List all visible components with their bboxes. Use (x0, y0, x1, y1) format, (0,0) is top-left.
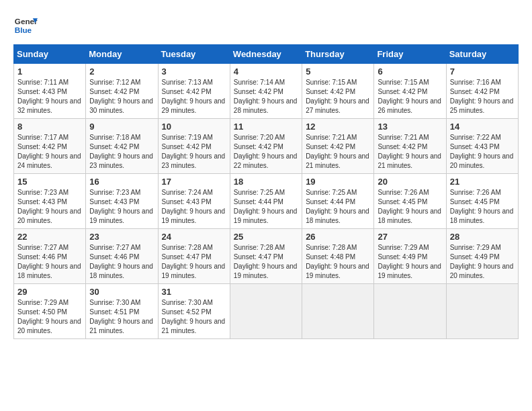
col-header-wednesday: Wednesday (230, 45, 302, 64)
day-cell: 11 Sunrise: 7:20 AMSunset: 4:42 PMDaylig… (230, 119, 302, 174)
col-header-monday: Monday (86, 45, 158, 64)
day-number: 11 (234, 122, 298, 132)
day-detail: Sunrise: 7:16 AMSunset: 4:42 PMDaylight:… (450, 79, 514, 114)
day-cell: 19 Sunrise: 7:25 AMSunset: 4:44 PMDaylig… (302, 174, 374, 229)
day-number: 14 (450, 122, 515, 132)
day-number: 31 (162, 287, 226, 297)
day-number: 18 (234, 177, 298, 187)
day-number: 26 (306, 232, 370, 242)
day-cell: 31 Sunrise: 7:30 AMSunset: 4:52 PMDaylig… (158, 284, 230, 339)
day-detail: Sunrise: 7:27 AMSunset: 4:46 PMDaylight:… (17, 244, 81, 279)
day-cell: 15 Sunrise: 7:23 AMSunset: 4:43 PMDaylig… (14, 174, 86, 229)
day-cell: 21 Sunrise: 7:26 AMSunset: 4:45 PMDaylig… (446, 174, 518, 229)
day-number: 25 (234, 232, 298, 242)
day-cell (374, 284, 446, 339)
day-cell: 26 Sunrise: 7:28 AMSunset: 4:48 PMDaylig… (302, 229, 374, 284)
day-detail: Sunrise: 7:28 AMSunset: 4:48 PMDaylight:… (306, 244, 369, 279)
day-number: 2 (89, 66, 154, 77)
day-cell: 3 Sunrise: 7:13 AMSunset: 4:42 PMDayligh… (158, 64, 230, 119)
day-cell: 9 Sunrise: 7:18 AMSunset: 4:42 PMDayligh… (86, 119, 158, 174)
day-detail: Sunrise: 7:23 AMSunset: 4:43 PMDaylight:… (17, 189, 81, 224)
col-header-tuesday: Tuesday (158, 45, 230, 64)
day-cell: 18 Sunrise: 7:25 AMSunset: 4:44 PMDaylig… (230, 174, 302, 229)
day-cell: 20 Sunrise: 7:26 AMSunset: 4:45 PMDaylig… (374, 174, 446, 229)
day-detail: Sunrise: 7:29 AMSunset: 4:49 PMDaylight:… (450, 244, 514, 279)
day-detail: Sunrise: 7:23 AMSunset: 4:43 PMDaylight:… (89, 189, 153, 224)
day-detail: Sunrise: 7:14 AMSunset: 4:42 PMDaylight:… (234, 79, 298, 114)
day-cell: 14 Sunrise: 7:22 AMSunset: 4:43 PMDaylig… (446, 119, 518, 174)
day-number: 12 (306, 122, 370, 132)
day-number: 21 (450, 177, 515, 187)
day-detail: Sunrise: 7:28 AMSunset: 4:47 PMDaylight:… (162, 244, 226, 279)
day-detail: Sunrise: 7:29 AMSunset: 4:49 PMDaylight:… (378, 244, 441, 279)
day-detail: Sunrise: 7:15 AMSunset: 4:42 PMDaylight:… (378, 79, 441, 114)
day-cell (302, 284, 374, 339)
calendar-header-row: SundayMondayTuesdayWednesdayThursdayFrid… (14, 45, 519, 64)
day-cell (230, 284, 302, 339)
day-cell: 24 Sunrise: 7:28 AMSunset: 4:47 PMDaylig… (158, 229, 230, 284)
day-detail: Sunrise: 7:17 AMSunset: 4:42 PMDaylight:… (17, 134, 81, 169)
day-number: 20 (378, 177, 442, 187)
day-number: 9 (89, 122, 154, 132)
day-number: 3 (162, 66, 226, 77)
day-detail: Sunrise: 7:21 AMSunset: 4:42 PMDaylight:… (378, 134, 441, 169)
week-row-3: 15 Sunrise: 7:23 AMSunset: 4:43 PMDaylig… (14, 174, 519, 229)
day-cell: 17 Sunrise: 7:24 AMSunset: 4:43 PMDaylig… (158, 174, 230, 229)
day-cell: 13 Sunrise: 7:21 AMSunset: 4:42 PMDaylig… (374, 119, 446, 174)
day-detail: Sunrise: 7:21 AMSunset: 4:42 PMDaylight:… (306, 134, 369, 169)
day-cell (446, 284, 518, 339)
day-number: 1 (17, 66, 82, 77)
svg-text:Blue: Blue (15, 26, 32, 34)
day-detail: Sunrise: 7:25 AMSunset: 4:44 PMDaylight:… (306, 189, 369, 224)
day-number: 6 (378, 66, 442, 77)
day-number: 4 (234, 66, 298, 77)
day-cell: 23 Sunrise: 7:27 AMSunset: 4:46 PMDaylig… (86, 229, 158, 284)
day-detail: Sunrise: 7:25 AMSunset: 4:44 PMDaylight:… (234, 189, 298, 224)
day-detail: Sunrise: 7:19 AMSunset: 4:42 PMDaylight:… (162, 134, 226, 169)
day-detail: Sunrise: 7:18 AMSunset: 4:42 PMDaylight:… (89, 134, 153, 169)
col-header-friday: Friday (374, 45, 446, 64)
day-cell: 10 Sunrise: 7:19 AMSunset: 4:42 PMDaylig… (158, 119, 230, 174)
day-cell: 4 Sunrise: 7:14 AMSunset: 4:42 PMDayligh… (230, 64, 302, 119)
day-cell: 25 Sunrise: 7:28 AMSunset: 4:47 PMDaylig… (230, 229, 302, 284)
week-row-4: 22 Sunrise: 7:27 AMSunset: 4:46 PMDaylig… (14, 229, 519, 284)
day-cell: 6 Sunrise: 7:15 AMSunset: 4:42 PMDayligh… (374, 64, 446, 119)
day-detail: Sunrise: 7:28 AMSunset: 4:47 PMDaylight:… (234, 244, 298, 279)
day-cell: 16 Sunrise: 7:23 AMSunset: 4:43 PMDaylig… (86, 174, 158, 229)
logo-icon: General Blue (13, 13, 38, 38)
day-cell: 30 Sunrise: 7:30 AMSunset: 4:51 PMDaylig… (86, 284, 158, 339)
day-cell: 2 Sunrise: 7:12 AMSunset: 4:42 PMDayligh… (86, 64, 158, 119)
col-header-saturday: Saturday (446, 45, 518, 64)
day-number: 13 (378, 122, 442, 132)
day-detail: Sunrise: 7:22 AMSunset: 4:43 PMDaylight:… (450, 134, 514, 169)
day-cell: 7 Sunrise: 7:16 AMSunset: 4:42 PMDayligh… (446, 64, 518, 119)
day-number: 24 (162, 232, 226, 242)
day-cell: 22 Sunrise: 7:27 AMSunset: 4:46 PMDaylig… (14, 229, 86, 284)
day-detail: Sunrise: 7:29 AMSunset: 4:50 PMDaylight:… (17, 299, 81, 334)
day-cell: 1 Sunrise: 7:11 AMSunset: 4:43 PMDayligh… (14, 64, 86, 119)
day-detail: Sunrise: 7:26 AMSunset: 4:45 PMDaylight:… (378, 189, 441, 224)
day-number: 28 (450, 232, 515, 242)
day-number: 19 (306, 177, 370, 187)
day-number: 5 (306, 66, 370, 77)
day-detail: Sunrise: 7:27 AMSunset: 4:46 PMDaylight:… (89, 244, 153, 279)
week-row-2: 8 Sunrise: 7:17 AMSunset: 4:42 PMDayligh… (14, 119, 519, 174)
day-detail: Sunrise: 7:24 AMSunset: 4:43 PMDaylight:… (162, 189, 226, 224)
col-header-thursday: Thursday (302, 45, 374, 64)
day-number: 15 (17, 177, 82, 187)
day-detail: Sunrise: 7:12 AMSunset: 4:42 PMDaylight:… (89, 79, 153, 114)
day-detail: Sunrise: 7:30 AMSunset: 4:51 PMDaylight:… (89, 299, 153, 334)
day-detail: Sunrise: 7:30 AMSunset: 4:52 PMDaylight:… (162, 299, 226, 334)
day-number: 29 (17, 287, 82, 297)
day-detail: Sunrise: 7:11 AMSunset: 4:43 PMDaylight:… (17, 79, 81, 114)
week-row-5: 29 Sunrise: 7:29 AMSunset: 4:50 PMDaylig… (14, 284, 519, 339)
day-cell: 8 Sunrise: 7:17 AMSunset: 4:42 PMDayligh… (14, 119, 86, 174)
day-detail: Sunrise: 7:15 AMSunset: 4:42 PMDaylight:… (306, 79, 369, 114)
day-cell: 27 Sunrise: 7:29 AMSunset: 4:49 PMDaylig… (374, 229, 446, 284)
day-cell: 28 Sunrise: 7:29 AMSunset: 4:49 PMDaylig… (446, 229, 518, 284)
calendar-body: 1 Sunrise: 7:11 AMSunset: 4:43 PMDayligh… (14, 64, 519, 339)
day-number: 27 (378, 232, 442, 242)
day-number: 16 (89, 177, 154, 187)
day-number: 8 (17, 122, 82, 132)
day-detail: Sunrise: 7:13 AMSunset: 4:42 PMDaylight:… (162, 79, 226, 114)
